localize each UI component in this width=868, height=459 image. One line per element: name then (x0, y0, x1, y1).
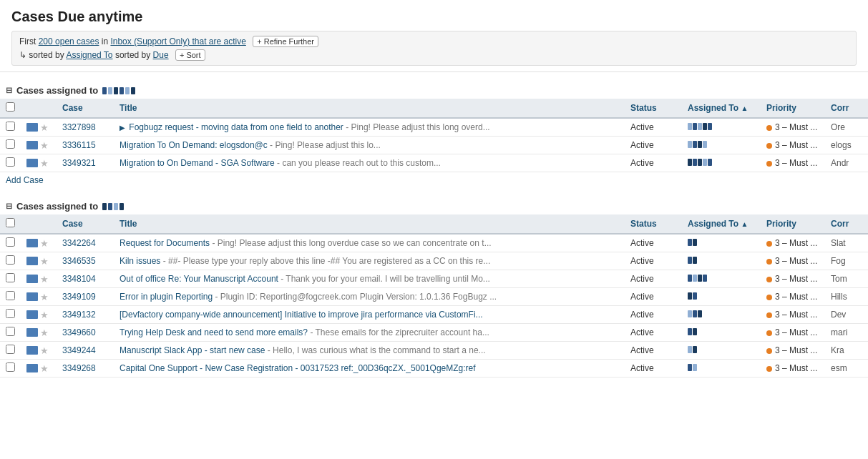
table-row: ★ 3349109 Error in plugin Reporting - Pl… (0, 288, 868, 306)
case-title-link[interactable]: [Devfactory company-wide announcement] I… (120, 310, 483, 320)
email-icon[interactable] (26, 257, 38, 265)
row-checkbox[interactable] (6, 309, 15, 318)
email-icon[interactable] (26, 141, 38, 149)
case-title-link[interactable]: Manuscript Slack App - start new case (120, 345, 265, 355)
section-2-toggle[interactable]: ⊟ (6, 202, 12, 211)
email-icon[interactable] (26, 364, 38, 372)
case-number-link[interactable]: 3348104 (62, 274, 96, 284)
email-icon[interactable] (26, 292, 38, 301)
add-case-1[interactable]: Add Case (6, 175, 44, 185)
case-number-link[interactable]: 3349132 (62, 310, 96, 320)
row-title: Capital One Support - New Case Registrat… (114, 360, 625, 377)
col-status-1[interactable]: Status (625, 99, 682, 118)
case-number-link[interactable]: 3346535 (62, 256, 96, 266)
email-icon[interactable] (26, 346, 38, 355)
row-checkbox[interactable] (6, 255, 15, 265)
email-icon[interactable] (26, 123, 38, 132)
col-priority-2[interactable]: Priority (761, 214, 825, 234)
row-check[interactable] (0, 154, 21, 172)
email-icon[interactable] (26, 159, 38, 167)
row-checkbox[interactable] (6, 345, 15, 354)
row-check[interactable] (0, 270, 21, 288)
case-title-link[interactable]: Fogbugz request - moving data from one f… (129, 122, 343, 132)
email-icon[interactable] (26, 328, 38, 337)
sort-btn[interactable]: + Sort (175, 49, 205, 61)
priority-dot (766, 143, 772, 149)
row-check[interactable] (0, 137, 21, 154)
star-icon[interactable]: ★ (40, 140, 49, 151)
case-title-link[interactable]: Kiln issues (120, 256, 160, 266)
row-checkbox[interactable] (6, 291, 15, 300)
row-check[interactable] (0, 234, 21, 252)
case-number-link[interactable]: 3349109 (62, 292, 96, 302)
col-title-1[interactable]: Title (114, 99, 625, 118)
email-icon[interactable] (26, 310, 38, 319)
case-title-link[interactable]: Error in plugin Reporting (120, 292, 213, 302)
row-corr: esm (825, 360, 868, 377)
col-status-2[interactable]: Status (625, 214, 682, 234)
row-check[interactable] (0, 360, 21, 377)
row-check[interactable] (0, 324, 21, 342)
email-icon[interactable] (26, 239, 38, 247)
case-number-link[interactable]: 3349268 (62, 363, 96, 373)
row-check[interactable] (0, 288, 21, 306)
star-icon[interactable]: ★ (40, 310, 49, 320)
col-case-2[interactable]: Case (57, 214, 114, 234)
col-assigned-1[interactable]: Assigned To ▲ (682, 99, 761, 118)
row-check[interactable] (0, 306, 21, 324)
case-number-link[interactable]: 3349244 (62, 345, 96, 355)
select-all-2[interactable] (6, 218, 15, 227)
row-checkbox[interactable] (6, 157, 15, 167)
row-checkbox[interactable] (6, 139, 15, 149)
case-number-link[interactable]: 3349660 (62, 327, 96, 337)
open-cases-link[interactable]: 200 open cases (39, 36, 99, 46)
priority-dot (766, 366, 772, 372)
col-corr-2[interactable]: Corr (825, 214, 868, 234)
case-title-link[interactable]: Out of office Re: Your Manuscript Accoun… (120, 274, 278, 284)
star-icon[interactable]: ★ (40, 158, 49, 169)
section-1-toggle[interactable]: ⊟ (6, 86, 12, 95)
case-number-link[interactable]: 3336115 (62, 140, 96, 150)
row-checkbox[interactable] (6, 327, 15, 336)
row-check[interactable] (0, 252, 21, 270)
case-title-link[interactable]: Migration to On Demand - SGA Software (120, 158, 275, 168)
row-check[interactable] (0, 118, 21, 137)
row-case: 3327898 (57, 118, 114, 137)
email-icon[interactable] (26, 275, 38, 283)
star-icon[interactable]: ★ (40, 292, 49, 302)
case-number-link[interactable]: 3327898 (62, 122, 96, 132)
col-title-2[interactable]: Title (114, 214, 625, 234)
row-priority: 3 – Must ... (761, 360, 825, 377)
row-checkbox[interactable] (6, 237, 15, 247)
col-assigned-2[interactable]: Assigned To ▲ (682, 214, 761, 234)
filter-line2: ↳ sorted by Assigned To sorted by Due + … (19, 49, 849, 61)
row-checkbox[interactable] (6, 273, 15, 282)
star-icon[interactable]: ★ (40, 122, 49, 133)
due-sort-link[interactable]: Due (153, 50, 169, 60)
case-number-link[interactable]: 3342264 (62, 238, 96, 248)
star-icon[interactable]: ★ (40, 274, 49, 285)
case-title-link[interactable]: Request for Documents (120, 238, 210, 248)
case-number-link[interactable]: 3349321 (62, 158, 96, 168)
col-case-1[interactable]: Case (57, 99, 114, 118)
col-check-1[interactable] (0, 99, 21, 118)
col-corr-1[interactable]: Corr (825, 99, 868, 118)
case-title-link[interactable]: Migration To On Demand: elogsdon@c (120, 140, 268, 150)
row-checkbox[interactable] (6, 362, 15, 372)
row-checkbox[interactable] (6, 122, 15, 131)
star-icon[interactable]: ★ (40, 327, 49, 338)
star-icon[interactable]: ★ (40, 256, 49, 267)
refine-btn[interactable]: + Refine Further (253, 36, 318, 47)
case-title-link[interactable]: Trying Help Desk and need to send more e… (120, 327, 308, 337)
table-row: ★ 3349321 Migration to On Demand - SGA S… (0, 154, 868, 172)
row-check[interactable] (0, 342, 21, 360)
case-title-link[interactable]: Capital One Support - New Case Registrat… (120, 363, 476, 373)
inbox-link[interactable]: Inbox (Support Only) that are active (110, 36, 245, 46)
col-priority-1[interactable]: Priority (761, 99, 825, 118)
select-all-1[interactable] (6, 102, 15, 112)
assigned-to-sort-link[interactable]: Assigned To (66, 50, 112, 60)
col-check-2[interactable] (0, 214, 21, 234)
star-icon[interactable]: ★ (40, 238, 49, 249)
star-icon[interactable]: ★ (40, 363, 49, 374)
star-icon[interactable]: ★ (40, 345, 49, 356)
